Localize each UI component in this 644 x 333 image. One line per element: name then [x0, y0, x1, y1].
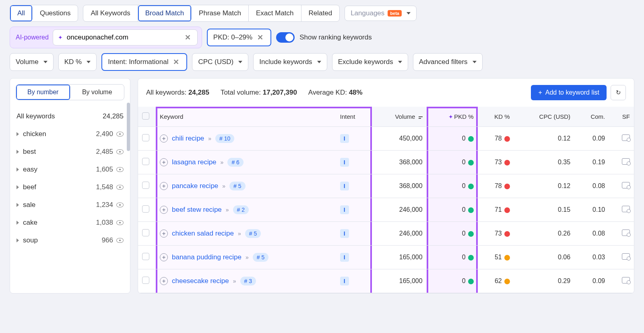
kd-dot-icon: [504, 136, 510, 142]
eye-icon[interactable]: [116, 132, 124, 137]
sidebar-scrollbar[interactable]: [127, 103, 130, 151]
sidebar-item-label: best: [23, 148, 36, 156]
eye-icon[interactable]: [116, 220, 124, 225]
pkd-filter-chip[interactable]: PKD: 0–29% ✕: [207, 29, 271, 46]
com-cell: 0.08: [574, 222, 609, 246]
kd-cell: 71: [478, 198, 514, 222]
beta-badge: beta: [388, 10, 402, 17]
col-sf[interactable]: SF: [609, 107, 634, 127]
exclude-keywords-filter[interactable]: Exclude keywords: [332, 53, 408, 71]
intent-filter[interactable]: Intent: Informational✕: [101, 53, 187, 71]
keyword-link[interactable]: chili recipe: [172, 134, 204, 143]
sidebar-item[interactable]: soup 966: [10, 232, 130, 249]
sidebar-tab-by-volume[interactable]: By volume: [70, 85, 124, 100]
clear-domain-button[interactable]: ✕: [183, 33, 192, 42]
col-cpc[interactable]: CPC (USD): [514, 107, 574, 127]
sidebar-item[interactable]: chicken 2,490: [10, 125, 130, 143]
keywords-table: Keyword Intent Volume ✦PKD % KD % CPC (U…: [138, 107, 634, 293]
intent-filter-clear[interactable]: ✕: [171, 58, 181, 66]
kd-filter[interactable]: KD %: [58, 53, 97, 71]
sidebar-item[interactable]: best 2,485: [10, 143, 130, 161]
expand-keyword-icon[interactable]: +: [160, 253, 168, 261]
serp-icon[interactable]: [622, 230, 630, 236]
tab-phrase-match[interactable]: Phrase Match: [192, 5, 249, 21]
intent-badge: I: [340, 134, 349, 143]
serp-icon[interactable]: [622, 253, 630, 260]
expand-keyword-icon[interactable]: +: [160, 277, 168, 285]
languages-dropdown[interactable]: Languages beta: [345, 6, 417, 21]
tab-related[interactable]: Related: [301, 5, 340, 21]
keyword-link[interactable]: beef stew recipe: [172, 206, 222, 214]
serp-icon[interactable]: [622, 206, 630, 212]
chevron-down-icon: [398, 61, 402, 63]
chevron-right-icon: [17, 203, 19, 207]
pkd-dot-icon: [468, 136, 474, 142]
tab-questions[interactable]: Questions: [33, 5, 78, 21]
eye-icon[interactable]: [116, 238, 124, 243]
tab-exact-match[interactable]: Exact Match: [249, 5, 301, 21]
rank-badge: # 2: [233, 205, 249, 214]
col-volume[interactable]: Volume: [372, 107, 427, 127]
tab-all-keywords[interactable]: All Keywords: [83, 5, 138, 21]
keyword-link[interactable]: lasagna recipe: [172, 158, 217, 166]
sidebar-item[interactable]: sale 1,234: [10, 196, 130, 214]
sidebar-item[interactable]: cake 1,038: [10, 214, 130, 232]
kd-cell: 73: [478, 222, 514, 246]
row-checkbox[interactable]: [142, 253, 149, 260]
rank-badge: # 6: [227, 158, 243, 167]
keyword-link[interactable]: chicken salad recipe: [172, 230, 234, 238]
serp-icon[interactable]: [622, 277, 630, 283]
sidebar-tab-by-number[interactable]: By number: [16, 85, 70, 100]
advanced-filters[interactable]: Advanced filters: [413, 53, 483, 71]
keyword-link[interactable]: banana pudding recipe: [172, 253, 242, 261]
row-checkbox[interactable]: [142, 205, 149, 213]
rank-badge: # 5: [253, 253, 268, 262]
col-pkd[interactable]: ✦PKD %: [427, 107, 478, 127]
eye-icon[interactable]: [116, 149, 124, 154]
volume-filter[interactable]: Volume: [10, 53, 54, 71]
tab-all[interactable]: All: [10, 5, 33, 21]
select-all-checkbox[interactable]: [142, 112, 149, 120]
domain-input[interactable]: [67, 33, 180, 41]
add-to-keyword-list-button[interactable]: +Add to keyword list: [531, 85, 607, 100]
table-row: + cheesecake recipe » # 3 I 165,000 0 62…: [138, 269, 634, 293]
row-checkbox[interactable]: [142, 277, 149, 284]
pkd-dot-icon: [468, 184, 474, 189]
chevron-right-icon: [17, 238, 19, 242]
col-com[interactable]: Com.: [574, 107, 609, 127]
keyword-link[interactable]: cheesecake recipe: [172, 277, 229, 285]
expand-keyword-icon[interactable]: +: [160, 182, 168, 190]
refresh-button[interactable]: ↻: [611, 85, 626, 100]
keyword-link[interactable]: pancake recipe: [172, 182, 218, 190]
row-checkbox[interactable]: [142, 134, 149, 141]
kd-dot-icon: [504, 231, 510, 237]
serp-icon[interactable]: [622, 182, 630, 188]
cpc-cell: 0.35: [514, 151, 574, 174]
sidebar-item[interactable]: easy 1,605: [10, 161, 130, 178]
kd-dot-icon: [504, 255, 510, 261]
cpc-filter[interactable]: CPC (USD): [192, 53, 248, 71]
eye-icon[interactable]: [116, 167, 124, 172]
sidebar-item[interactable]: beef 1,548: [10, 178, 130, 196]
sidebar-all-keywords[interactable]: All keywords 24,285: [10, 108, 130, 125]
col-kd[interactable]: KD %: [478, 107, 514, 127]
pkd-filter-clear[interactable]: ✕: [256, 33, 265, 42]
expand-keyword-icon[interactable]: +: [160, 206, 168, 214]
row-checkbox[interactable]: [142, 229, 149, 236]
expand-keyword-icon[interactable]: +: [160, 134, 168, 143]
col-keyword[interactable]: Keyword: [156, 107, 336, 127]
row-checkbox[interactable]: [142, 182, 149, 189]
eye-icon[interactable]: [116, 185, 124, 190]
serp-icon[interactable]: [622, 134, 630, 141]
include-keywords-filter[interactable]: Include keywords: [253, 53, 327, 71]
cpc-cell: 0.26: [514, 222, 574, 246]
col-intent[interactable]: Intent: [336, 107, 372, 127]
show-ranking-toggle[interactable]: [276, 32, 295, 43]
eye-icon[interactable]: [116, 203, 124, 207]
row-checkbox[interactable]: [142, 158, 149, 165]
serp-icon[interactable]: [622, 158, 630, 165]
expand-keyword-icon[interactable]: +: [160, 230, 168, 238]
volume-cell: 165,000: [372, 269, 427, 293]
tab-broad-match[interactable]: Broad Match: [138, 5, 192, 21]
expand-keyword-icon[interactable]: +: [160, 158, 168, 166]
